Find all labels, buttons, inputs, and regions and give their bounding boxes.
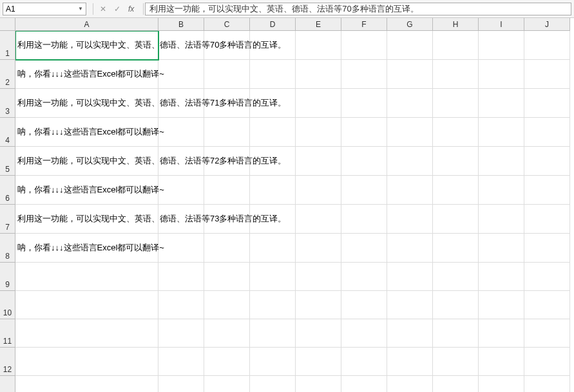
column-header[interactable]: J (524, 18, 570, 31)
row-header[interactable]: 2 (0, 60, 15, 89)
cell[interactable]: 呐，你看↓↓↓这些语言Excel都可以翻译~ (15, 118, 158, 147)
cell[interactable] (341, 118, 387, 147)
cell[interactable] (158, 60, 204, 89)
column-header[interactable]: B (158, 18, 204, 31)
cell[interactable]: 利用这一功能，可以实现中文、英语、德语、法语等73多种语言的互译。 (15, 205, 158, 234)
cell[interactable] (387, 319, 433, 348)
cell[interactable]: 呐，你看↓↓↓这些语言Excel都可以翻译~ (15, 60, 158, 89)
cell[interactable] (250, 60, 296, 89)
cell[interactable] (15, 319, 158, 348)
cell[interactable] (250, 176, 296, 205)
cell[interactable] (15, 263, 158, 291)
cell[interactable] (433, 60, 479, 89)
cell[interactable] (341, 291, 387, 319)
cell[interactable] (433, 348, 479, 376)
cell[interactable] (296, 118, 341, 147)
cell[interactable] (296, 147, 341, 176)
cell[interactable] (387, 176, 433, 205)
cell[interactable] (341, 234, 387, 263)
cell[interactable] (387, 291, 433, 319)
cell[interactable] (341, 263, 387, 291)
column-header[interactable]: G (387, 18, 433, 31)
cell[interactable] (296, 205, 341, 234)
cell[interactable] (479, 263, 524, 291)
cell[interactable] (524, 147, 570, 176)
cell[interactable]: 利用这一功能，可以实现中文、英语、德语、法语等70多种语言的互译。 (15, 31, 158, 60)
cell[interactable] (158, 234, 204, 263)
cell[interactable] (479, 205, 524, 234)
cell[interactable] (250, 263, 296, 291)
cell[interactable] (341, 60, 387, 89)
cell[interactable] (296, 291, 341, 319)
column-header[interactable]: F (341, 18, 387, 31)
cell[interactable] (524, 376, 570, 392)
column-header[interactable]: A (15, 18, 158, 31)
cell[interactable] (158, 319, 204, 348)
cell[interactable] (250, 118, 296, 147)
cell[interactable] (387, 118, 433, 147)
row-header[interactable]: 10 (0, 291, 15, 319)
cell[interactable] (341, 348, 387, 376)
cell[interactable] (524, 31, 570, 60)
cell[interactable] (296, 348, 341, 376)
cell[interactable] (387, 60, 433, 89)
cell[interactable] (158, 348, 204, 376)
cell[interactable] (341, 205, 387, 234)
cell[interactable] (479, 234, 524, 263)
cell[interactable] (204, 348, 250, 376)
cell[interactable] (433, 376, 479, 392)
cell[interactable] (524, 319, 570, 348)
cell[interactable] (15, 348, 158, 376)
cell[interactable] (387, 31, 433, 60)
cell[interactable] (387, 89, 433, 118)
cell[interactable] (524, 348, 570, 376)
cell[interactable] (479, 319, 524, 348)
cell[interactable] (524, 118, 570, 147)
cell[interactable] (387, 234, 433, 263)
cell[interactable] (296, 89, 341, 118)
cell[interactable] (433, 263, 479, 291)
cell[interactable] (296, 376, 341, 392)
cell[interactable] (250, 234, 296, 263)
row-header[interactable]: 9 (0, 263, 15, 291)
cell[interactable] (250, 291, 296, 319)
accept-icon[interactable]: ✓ (114, 5, 120, 14)
cell[interactable] (296, 31, 341, 60)
select-all-corner[interactable] (0, 18, 15, 31)
column-header[interactable]: C (204, 18, 250, 31)
column-header[interactable]: E (296, 18, 341, 31)
row-header[interactable]: 11 (0, 319, 15, 348)
cell[interactable] (433, 147, 479, 176)
cell[interactable] (341, 319, 387, 348)
column-header[interactable]: I (479, 18, 524, 31)
cell[interactable] (524, 263, 570, 291)
fx-icon[interactable]: fx (128, 5, 137, 14)
cell[interactable] (387, 147, 433, 176)
cell[interactable] (204, 118, 250, 147)
formula-input[interactable]: 利用这一功能，可以实现中文、英语、德语、法语等70多种语言的互译。 (145, 3, 571, 15)
row-header[interactable]: 13 (0, 376, 15, 392)
cell[interactable] (15, 291, 158, 319)
cell[interactable] (479, 89, 524, 118)
row-header[interactable]: 5 (0, 147, 15, 176)
cell[interactable] (341, 176, 387, 205)
cell[interactable] (250, 376, 296, 392)
cell[interactable] (479, 118, 524, 147)
cell[interactable] (296, 176, 341, 205)
cell[interactable] (433, 89, 479, 118)
cell[interactable] (479, 176, 524, 205)
cell[interactable] (524, 176, 570, 205)
column-header[interactable]: H (433, 18, 479, 31)
cell[interactable] (158, 118, 204, 147)
cell[interactable] (250, 348, 296, 376)
cell[interactable] (204, 376, 250, 392)
cell[interactable] (479, 60, 524, 89)
cell[interactable] (524, 291, 570, 319)
cell[interactable] (204, 176, 250, 205)
cell[interactable] (524, 60, 570, 89)
cell[interactable]: 利用这一功能，可以实现中文、英语、德语、法语等71多种语言的互译。 (15, 89, 158, 118)
row-header[interactable]: 3 (0, 89, 15, 118)
cell[interactable] (296, 60, 341, 89)
cell[interactable] (433, 31, 479, 60)
cancel-icon[interactable]: ✕ (100, 5, 106, 14)
